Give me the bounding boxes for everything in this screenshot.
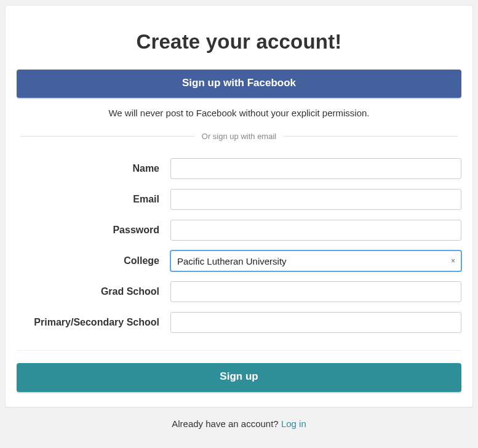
login-link[interactable]: Log in xyxy=(281,418,306,429)
grad-school-input[interactable] xyxy=(170,281,461,302)
signup-form: Name Email Password College xyxy=(17,158,461,333)
field-row-name: Name xyxy=(17,158,461,179)
page-title: Create your account! xyxy=(17,30,461,54)
primary-secondary-school-input[interactable] xyxy=(170,312,461,333)
college-label: College xyxy=(17,255,170,266)
college-input[interactable] xyxy=(170,250,461,271)
signup-button[interactable]: Sign up xyxy=(17,363,461,391)
field-row-grad: Grad School xyxy=(17,281,461,302)
separator-line-right xyxy=(284,136,458,137)
email-separator: Or sign up with email xyxy=(20,132,458,141)
form-bottom-separator xyxy=(17,350,461,351)
facebook-permission-note: We will never post to Facebook without y… xyxy=(17,108,461,118)
signup-card: Create your account! Sign up with Facebo… xyxy=(5,5,473,407)
field-row-k12: Primary/Secondary School xyxy=(17,312,461,333)
facebook-signup-button[interactable]: Sign up with Facebook xyxy=(17,70,461,98)
name-label: Name xyxy=(17,163,170,174)
field-row-college: College × xyxy=(17,250,461,271)
login-prompt-text: Already have an account? xyxy=(172,418,281,429)
email-label: Email xyxy=(17,194,170,205)
email-input[interactable] xyxy=(170,189,461,210)
field-row-email: Email xyxy=(17,189,461,210)
login-footer: Already have an account? Log in xyxy=(5,418,473,429)
name-input[interactable] xyxy=(170,158,461,179)
password-input[interactable] xyxy=(170,220,461,241)
password-label: Password xyxy=(17,225,170,236)
separator-text: Or sign up with email xyxy=(194,132,284,141)
field-row-password: Password xyxy=(17,220,461,241)
clear-icon[interactable]: × xyxy=(450,256,456,266)
separator-line-left xyxy=(20,136,194,137)
k12-label: Primary/Secondary School xyxy=(17,317,170,328)
grad-label: Grad School xyxy=(17,286,170,297)
